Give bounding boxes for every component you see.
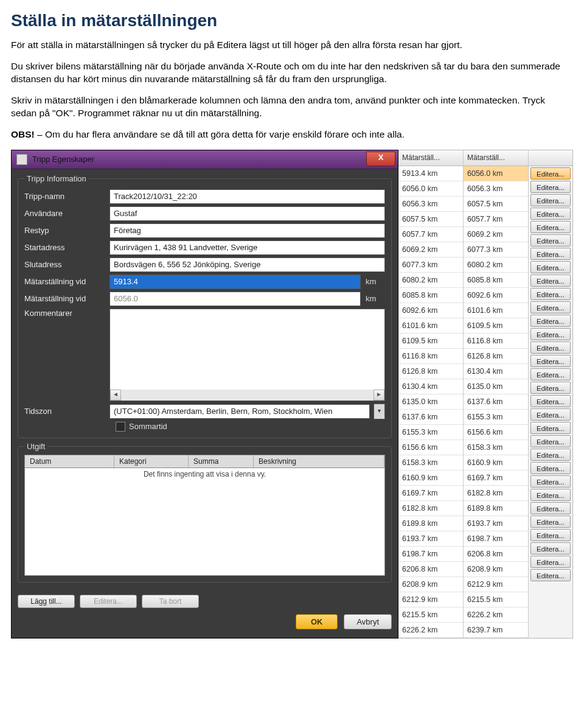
grid-edit-button[interactable]: Editera... (530, 261, 571, 273)
grid-cell-start[interactable]: 5913.4 km (398, 166, 463, 181)
grid-header-end[interactable]: Mätarställ... (464, 150, 528, 166)
grid-cell-end[interactable]: 6182.8 km (464, 486, 528, 501)
grid-cell-end[interactable]: 6116.8 km (464, 334, 528, 349)
input-startaddress[interactable] (109, 240, 385, 255)
grid-cell-start[interactable]: 6182.8 km (398, 501, 463, 516)
grid-cell-start[interactable]: 6085.8 km (398, 288, 463, 303)
utgift-header-summa[interactable]: Summa (189, 455, 254, 467)
utgift-header-kategori[interactable]: Kategori (114, 455, 189, 467)
select-timezone[interactable] (109, 404, 370, 419)
comments-area[interactable]: ◄ ► (109, 309, 385, 401)
grid-cell-start[interactable]: 6130.4 km (398, 379, 463, 394)
grid-cell-end[interactable]: 6135.0 km (464, 379, 528, 394)
chevron-down-icon[interactable]: ▾ (374, 404, 385, 419)
grid-edit-button[interactable]: Editera... (530, 208, 571, 220)
grid-cell-end[interactable]: 6160.9 km (464, 455, 528, 471)
grid-cell-end[interactable]: 6069.2 km (464, 227, 528, 242)
grid-edit-button[interactable]: Editera... (530, 275, 571, 287)
grid-cell-start[interactable]: 6212.9 km (398, 592, 463, 607)
grid-cell-start[interactable]: 6208.9 km (398, 577, 463, 592)
scroll-right-icon[interactable]: ► (374, 390, 384, 401)
comments-hscrollbar[interactable]: ◄ ► (110, 390, 384, 401)
edit-button[interactable]: Editera... (80, 595, 137, 608)
delete-button[interactable]: Ta bort (142, 595, 199, 608)
grid-cell-end[interactable]: 6198.7 km (464, 531, 528, 547)
grid-cell-start[interactable]: 6215.5 km (398, 607, 463, 623)
grid-cell-start[interactable]: 6156.6 km (398, 440, 463, 455)
grid-cell-start[interactable]: 6101.6 km (398, 318, 463, 334)
grid-cell-start[interactable]: 6080.2 km (398, 273, 463, 288)
grid-edit-button[interactable]: Editera... (530, 288, 571, 300)
input-odometer-end[interactable] (109, 292, 361, 306)
grid-cell-end[interactable]: 6101.6 km (464, 303, 528, 318)
grid-edit-button[interactable]: Editera... (530, 382, 571, 394)
grid-edit-button[interactable]: Editera... (530, 502, 571, 514)
grid-cell-start[interactable]: 6057.7 km (398, 227, 463, 242)
grid-edit-button[interactable]: Editera... (530, 516, 571, 528)
cancel-button[interactable]: Avbryt (344, 614, 392, 629)
grid-cell-end[interactable]: 6158.3 km (464, 440, 528, 455)
grid-cell-end[interactable]: 6206.8 km (464, 547, 528, 562)
grid-cell-end[interactable]: 6193.7 km (464, 516, 528, 531)
grid-cell-start[interactable]: 6158.3 km (398, 455, 463, 471)
grid-cell-end[interactable]: 6226.2 km (464, 607, 528, 623)
grid-cell-start[interactable]: 6137.6 km (398, 410, 463, 425)
ok-button[interactable]: OK (296, 614, 338, 629)
grid-edit-button[interactable]: Editera... (530, 167, 571, 180)
input-user[interactable] (109, 206, 385, 221)
grid-edit-button[interactable]: Editera... (530, 315, 571, 327)
grid-cell-start[interactable]: 6169.7 km (398, 486, 463, 501)
grid-cell-end[interactable]: 6056.3 km (464, 181, 528, 197)
grid-cell-start[interactable]: 6109.5 km (398, 334, 463, 349)
input-endaddress[interactable] (109, 257, 385, 272)
grid-cell-start[interactable]: 6057.5 km (398, 212, 463, 227)
grid-cell-end[interactable]: 6092.6 km (464, 288, 528, 303)
grid-cell-end[interactable]: 6215.5 km (464, 592, 528, 607)
input-tripname[interactable] (109, 189, 385, 204)
grid-cell-end[interactable]: 6130.4 km (464, 364, 528, 379)
grid-cell-start[interactable]: 6226.2 km (398, 623, 463, 638)
grid-cell-start[interactable]: 6206.8 km (398, 562, 463, 577)
utgift-header-datum[interactable]: Datum (25, 455, 114, 467)
input-odometer-start[interactable] (109, 275, 361, 289)
add-button[interactable]: Lägg till... (18, 595, 75, 608)
grid-cell-end[interactable]: 6077.3 km (464, 242, 528, 257)
grid-cell-end[interactable]: 6208.9 km (464, 562, 528, 577)
grid-edit-button[interactable]: Editera... (530, 529, 571, 541)
grid-cell-start[interactable]: 6116.8 km (398, 349, 463, 364)
checkbox-dst[interactable] (116, 422, 125, 432)
grid-cell-start[interactable]: 6069.2 km (398, 242, 463, 257)
grid-edit-button[interactable]: Editera... (530, 368, 571, 380)
grid-cell-end[interactable]: 6155.3 km (464, 410, 528, 425)
grid-cell-end[interactable]: 6056.0 km (464, 166, 528, 181)
grid-cell-end[interactable]: 6156.6 km (464, 425, 528, 440)
grid-edit-button[interactable]: Editera... (530, 234, 571, 247)
grid-header-start[interactable]: Mätarställ... (398, 150, 463, 166)
grid-edit-button[interactable]: Editera... (530, 542, 571, 555)
grid-cell-start[interactable]: 6155.3 km (398, 425, 463, 440)
grid-edit-button[interactable]: Editera... (530, 221, 571, 233)
grid-cell-end[interactable]: 6189.8 km (464, 501, 528, 516)
grid-cell-start[interactable]: 6198.7 km (398, 547, 463, 562)
grid-cell-start[interactable]: 6135.0 km (398, 394, 463, 410)
grid-cell-start[interactable]: 6126.8 km (398, 364, 463, 379)
grid-cell-start[interactable]: 6160.9 km (398, 471, 463, 486)
grid-cell-start[interactable]: 6056.3 km (398, 197, 463, 212)
grid-cell-start[interactable]: 6056.0 km (398, 181, 463, 197)
grid-cell-end[interactable]: 6057.7 km (464, 212, 528, 227)
grid-cell-end[interactable]: 6239.7 km (464, 623, 528, 638)
scroll-track[interactable] (121, 390, 374, 401)
grid-cell-end[interactable]: 6080.2 km (464, 257, 528, 273)
close-button[interactable]: X (366, 152, 395, 166)
grid-edit-button[interactable]: Editera... (530, 248, 571, 260)
grid-cell-end[interactable]: 6085.8 km (464, 273, 528, 288)
grid-edit-button[interactable]: Editera... (530, 328, 571, 340)
grid-edit-button[interactable]: Editera... (530, 435, 571, 447)
grid-edit-button[interactable]: Editera... (530, 341, 571, 354)
grid-cell-start[interactable]: 6193.7 km (398, 531, 463, 547)
grid-cell-end[interactable]: 6169.7 km (464, 471, 528, 486)
grid-edit-button[interactable]: Editera... (530, 449, 571, 461)
grid-edit-button[interactable]: Editera... (530, 181, 571, 193)
grid-edit-button[interactable]: Editera... (530, 355, 571, 367)
utgift-header-beskrivning[interactable]: Beskrivning (254, 455, 384, 467)
